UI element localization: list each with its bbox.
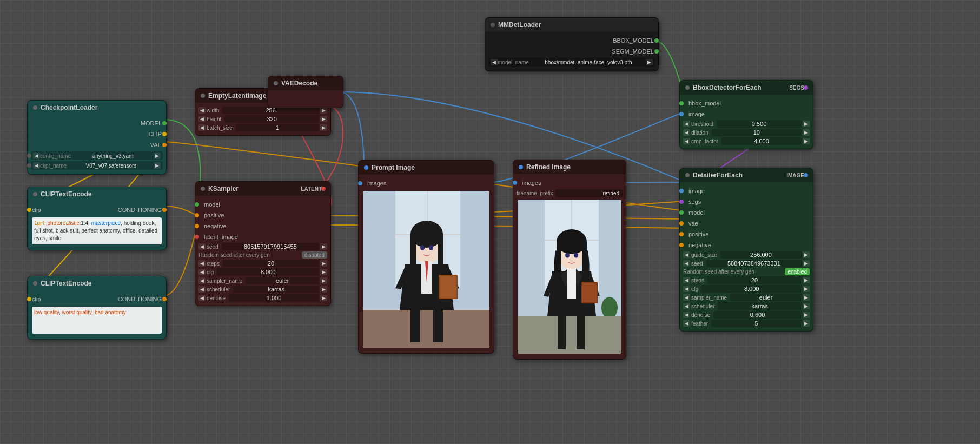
detailer-seed-row[interactable]: ◀ seed 5884073849673331 ▶ [680,259,813,268]
cfg-value: 8.000 [217,268,319,276]
model-output-port [162,121,167,125]
detailer-segs-label: segs [684,198,809,205]
cfg-left-arrow[interactable]: ◀ [198,269,206,275]
svg-rect-8 [438,234,443,267]
bbox-model-input-row: bbox_model [680,98,813,109]
threshold-row[interactable]: ◀ threshold 0.500 ▶ [680,120,813,128]
image-output-port [804,173,808,177]
clip2-input-label: clip [32,296,97,302]
detailer-cfg-row[interactable]: ◀ cfg 8.000 ▶ [680,284,813,293]
svg-point-28 [565,253,570,258]
feather-left[interactable]: ◀ [683,320,690,327]
dilation-left-arrow[interactable]: ◀ [683,129,690,136]
detailer-steps-left[interactable]: ◀ [683,277,690,283]
batch-left-arrow[interactable]: ◀ [198,124,206,131]
seed-row[interactable]: ◀ seed 8051579179915455 ▶ [195,242,330,251]
filename-prefix-value: refined [555,189,623,197]
height-right-arrow[interactable]: ▶ [320,116,327,122]
dilation-row[interactable]: ◀ dilation 10 ▶ [680,128,813,137]
crop-factor-label: crop_factor [691,138,718,144]
batch-right-arrow[interactable]: ▶ [320,124,327,131]
feather-right[interactable]: ▶ [803,320,810,327]
vae-output-label: VAE [32,142,162,148]
ksampler-latent-input-port [195,235,199,239]
detailer-sched-right[interactable]: ▶ [803,303,810,309]
clip2-text-display[interactable]: low quality, worst quality, bad anatomy [32,307,162,334]
prompt-images-port [358,181,362,185]
detailer-seed-right[interactable]: ▶ [803,260,810,267]
mmdet-right-arrow[interactable]: ▶ [646,59,653,65]
sampler-left-arrow[interactable]: ◀ [198,277,206,284]
detailer-negative-label: negative [684,242,809,248]
sampler-right-arrow[interactable]: ▶ [320,277,327,284]
detailer-denoise-row[interactable]: ◀ denoise 0.600 ▶ [680,310,813,319]
seed-right-arrow[interactable]: ▶ [320,243,327,250]
guide-size-row[interactable]: ◀ guide_size 256.000 ▶ [680,250,813,259]
detailer-random-seed-label: Random seed after every gen [683,269,754,275]
ckpt-right-arrow[interactable]: ▶ [154,162,161,169]
detailer-sampler-right[interactable]: ▶ [803,294,810,301]
detailer-seed-left[interactable]: ◀ [683,260,690,267]
detailer-denoise-right[interactable]: ▶ [803,312,810,318]
height-row[interactable]: ◀ height 320 ▶ [195,115,330,123]
detailer-cfg-left[interactable]: ◀ [683,286,690,292]
guide-right-arrow[interactable]: ▶ [803,251,810,258]
dilation-right-arrow[interactable]: ▶ [803,129,810,136]
steps-left-arrow[interactable]: ◀ [198,260,206,267]
denoise-row[interactable]: ◀ denoise 1.000 ▶ [195,294,330,302]
clip-text-encode-1-title: CLIPTextEncode [41,190,91,198]
detailer-cfg-right[interactable]: ▶ [803,286,810,292]
detailer-scheduler-row[interactable]: ◀ scheduler karras ▶ [680,302,813,310]
threshold-right-arrow[interactable]: ▶ [803,121,810,127]
detailer-scheduler-label: scheduler [691,303,714,309]
feather-label: feather [691,321,708,327]
detailer-sampler-row[interactable]: ◀ sampler_name euler ▶ [680,293,813,302]
detailer-positive-row: positive [680,229,813,240]
steps-right-arrow[interactable]: ▶ [320,260,327,267]
config-left-arrow[interactable]: ◀ [33,153,40,159]
height-left-arrow[interactable]: ◀ [198,116,206,122]
scheduler-right-arrow[interactable]: ▶ [320,286,327,293]
crop-factor-row[interactable]: ◀ crop_factor 4.000 ▶ [680,137,813,145]
clip1-text-display[interactable]: 1girl, photorealistic:1.4, masterpiece, … [32,217,162,244]
image-output-label: IMAGE [786,173,804,178]
detailer-vae-port [679,221,684,226]
denoise-right-arrow[interactable]: ▶ [320,295,327,301]
segm-model-row: SEGM_MODEL [485,46,658,57]
scheduler-row[interactable]: ◀ scheduler karras ▶ [195,285,330,294]
config-right-arrow[interactable]: ▶ [154,153,161,159]
detailer-steps-row[interactable]: ◀ steps 20 ▶ [680,276,813,284]
detailer-steps-right[interactable]: ▶ [803,277,810,283]
ksampler-model-row: model [195,199,330,210]
width-left-arrow[interactable]: ◀ [198,107,206,114]
crop-right-arrow[interactable]: ▶ [803,138,810,144]
feather-row[interactable]: ◀ feather 5 ▶ [680,319,813,328]
cfg-row[interactable]: ◀ cfg 8.000 ▶ [195,268,330,276]
detailer-denoise-left[interactable]: ◀ [683,312,690,318]
sampler-name-row[interactable]: ◀ sampler_name euler ▶ [195,276,330,285]
config-name-row[interactable]: ◀ config_name anything_v3.yaml ▶ [31,151,163,160]
steps-value: 20 [223,260,319,267]
seed-left-arrow[interactable]: ◀ [198,243,206,250]
batch-size-value: 1 [236,124,319,131]
svg-rect-15 [433,310,443,342]
cfg-right-arrow[interactable]: ▶ [320,269,327,275]
clip2-dot [33,281,37,286]
detailer-sched-left[interactable]: ◀ [683,303,690,309]
clip-text-encode-2-node: CLIPTextEncode clip CONDITIONING low qua… [27,276,167,340]
ckpt-name-row[interactable]: ◀ ckpt_name V07_v07.safetensors ▶ [31,161,163,170]
mmdet-model-name-row[interactable]: ◀ model_name bbox/mmdet_anime-face_yolov… [488,58,655,67]
scheduler-left-arrow[interactable]: ◀ [198,286,206,293]
steps-row[interactable]: ◀ steps 20 ▶ [195,259,330,268]
ckpt-left-arrow[interactable]: ◀ [33,162,40,169]
batch-size-row[interactable]: ◀ batch_size 1 ▶ [195,123,330,132]
bbox-detector-title: BboxDetectorForEach [693,84,762,91]
threshold-left-arrow[interactable]: ◀ [683,121,690,127]
vae-decode-node: VAEDecode [268,76,343,108]
crop-left-arrow[interactable]: ◀ [683,138,690,144]
detailer-sampler-left[interactable]: ◀ [683,294,690,301]
denoise-left-arrow[interactable]: ◀ [198,295,206,301]
guide-left-arrow[interactable]: ◀ [683,251,690,258]
vae-decode-header: VAEDecode [268,76,343,90]
mmdet-left-arrow[interactable]: ◀ [491,59,498,65]
